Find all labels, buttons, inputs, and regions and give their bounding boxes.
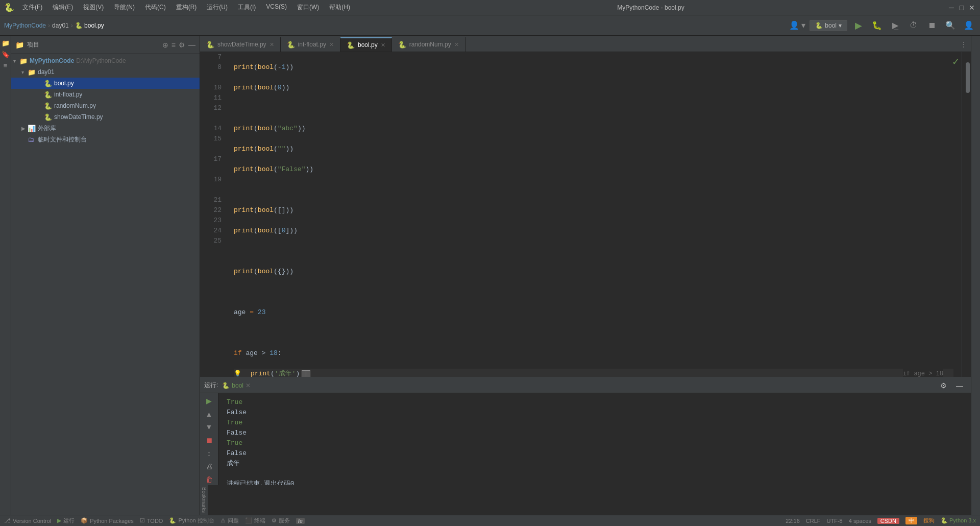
menu-edit[interactable]: 编辑(E) bbox=[48, 2, 77, 13]
crlf-item[interactable]: CRLF bbox=[806, 518, 821, 524]
scroll-down-button[interactable]: ▼ bbox=[204, 421, 215, 433]
search-button[interactable]: 🔍 bbox=[943, 18, 958, 33]
menu-refactor[interactable]: 重构(R) bbox=[172, 2, 201, 13]
scrollbar-thumb[interactable] bbox=[966, 62, 970, 93]
minimize-button[interactable]: ─ bbox=[947, 4, 955, 12]
ext-lib-icon: 📊 bbox=[28, 125, 36, 132]
run-status-item[interactable]: ▶ 运行 bbox=[57, 517, 75, 524]
run-status-icon: ▶ bbox=[57, 517, 61, 524]
breadcrumb-day01[interactable]: day01 bbox=[52, 22, 69, 29]
settings-icon[interactable]: ⚙ bbox=[936, 378, 950, 393]
menu-help[interactable]: 帮助(H) bbox=[325, 2, 354, 13]
encoding-item[interactable]: UTF-8 bbox=[827, 518, 843, 524]
menu-nav[interactable]: 导航(N) bbox=[110, 2, 139, 13]
python-packages-item[interactable]: 📦 Python Packages bbox=[81, 517, 134, 524]
indent-item[interactable]: 4 spaces bbox=[849, 518, 871, 524]
random-icon: 🐍 bbox=[44, 102, 52, 110]
tree-external-lib[interactable]: ▶ 📊 外部库 bbox=[11, 123, 200, 134]
linenum-23: 23 bbox=[204, 216, 222, 226]
ie-item[interactable]: Ie bbox=[296, 518, 305, 524]
output-chengni: 成年 bbox=[227, 459, 963, 469]
tree-day01[interactable]: ▾ 📁 day01 bbox=[11, 66, 200, 78]
tab-bool-close[interactable]: ✕ bbox=[381, 42, 385, 49]
python-console-item[interactable]: 🐍 Python 控制台 bbox=[169, 517, 214, 524]
coverage-button[interactable]: ▶̲ bbox=[888, 18, 902, 33]
tab-showdatetime-close[interactable]: ✕ bbox=[270, 41, 274, 48]
sync-icon[interactable]: ⊕ bbox=[162, 41, 168, 49]
run-tab-close[interactable]: ✕ bbox=[246, 382, 251, 389]
rerun-button[interactable]: ▶ bbox=[204, 395, 215, 407]
collapse-icon[interactable]: ≡ bbox=[172, 41, 176, 49]
lang-badge[interactable]: 中 bbox=[905, 517, 917, 524]
scroll-up-button[interactable]: ▲ bbox=[204, 409, 215, 420]
linenum-7: 7 bbox=[204, 52, 222, 62]
code-content[interactable]: print(bool(-1)) print(bool(0)) print(boo… bbox=[226, 52, 962, 377]
version-control-item[interactable]: ⎇ Version Control bbox=[4, 517, 51, 524]
tree-root[interactable]: ▾ 📁 MyPythonCode D:\MyPythonCode bbox=[11, 55, 200, 66]
tree-int-float-py[interactable]: 🐍 int-float.py bbox=[11, 89, 200, 100]
expand-icon[interactable]: 📁 bbox=[15, 41, 24, 49]
tab-intfloat-close[interactable]: ✕ bbox=[329, 41, 334, 48]
minimize-panel-icon[interactable]: — bbox=[952, 378, 967, 393]
menu-window[interactable]: 窗口(W) bbox=[293, 2, 323, 13]
code-line-19: age = 23 bbox=[234, 307, 953, 318]
stop-run-button[interactable]: ⏹ bbox=[204, 435, 215, 446]
linenum-13 bbox=[204, 113, 222, 124]
tree-bool-py[interactable]: 🐍 bool.py bbox=[11, 78, 200, 89]
structure-icon[interactable]: ≡ bbox=[1, 60, 11, 70]
bookmarks-icon[interactable]: 🔖 bbox=[1, 49, 11, 59]
linenum-8: 8 bbox=[204, 62, 222, 73]
todo-item[interactable]: ☑ TODO bbox=[140, 517, 163, 524]
run-label: 运行: bbox=[204, 381, 218, 390]
linenum-10: 10 bbox=[204, 83, 222, 93]
tab-more-button[interactable]: ⋮ bbox=[957, 37, 971, 52]
menu-run[interactable]: 运行(U) bbox=[203, 2, 232, 13]
lang-label: 中 bbox=[909, 517, 914, 524]
services-item[interactable]: ⚙ 服务 bbox=[272, 517, 290, 524]
tab-randomnum-close[interactable]: ✕ bbox=[454, 41, 459, 48]
close-button[interactable]: ✕ bbox=[968, 4, 976, 12]
project-icon[interactable]: 📁 bbox=[1, 38, 11, 48]
menu-vcs[interactable]: VCS(S) bbox=[262, 2, 291, 13]
sougou-icon[interactable]: 搜狗 bbox=[923, 517, 935, 524]
tree-random-py[interactable]: 🐍 randomNum.py bbox=[11, 100, 200, 111]
code-editor[interactable]: 7 8 10 11 12 14 15 17 19 bbox=[200, 52, 962, 377]
menu-file[interactable]: 文件(F) bbox=[18, 2, 46, 13]
maximize-button[interactable]: □ bbox=[958, 4, 966, 12]
run-config-tab[interactable]: 🐍 bool ✕ bbox=[222, 382, 251, 389]
debug-button[interactable]: 🐛 bbox=[870, 18, 884, 33]
tree-showdate-py[interactable]: 🐍 showDateTime.py bbox=[11, 111, 200, 123]
tab-randomnum[interactable]: 🐍 randomNum.py ✕ bbox=[392, 37, 465, 52]
menu-view[interactable]: 视图(V) bbox=[79, 2, 108, 13]
run-config-button[interactable]: 🐍 bool ▾ bbox=[810, 20, 847, 31]
tree-temp[interactable]: 🗂 临时文件和控制台 bbox=[11, 134, 200, 145]
run-config-icon: 🐍 bbox=[815, 22, 823, 29]
tab-bool[interactable]: 🐍 bool.py ✕ bbox=[340, 37, 392, 52]
line-col-item[interactable]: 22:16 bbox=[786, 518, 800, 524]
right-scrollbar[interactable] bbox=[962, 52, 971, 377]
csdn-badge[interactable]: CSDN bbox=[877, 518, 899, 524]
menu-tools[interactable]: 工具(I) bbox=[234, 2, 260, 13]
python-version[interactable]: 🐍 Python 3.x bbox=[941, 517, 976, 524]
print-button[interactable]: 🖨 bbox=[204, 461, 215, 472]
tab-showdatetime-label: showDateTime.py bbox=[217, 41, 266, 48]
user-icon[interactable]: 👤 ▾ bbox=[789, 20, 805, 30]
tab-intfloat[interactable]: 🐍 int-float.py ✕ bbox=[281, 37, 340, 52]
problems-item[interactable]: ⚠ 问题 bbox=[220, 517, 239, 524]
left-strip: 📁 🔖 ≡ bbox=[0, 36, 11, 515]
gear-icon[interactable]: ⚙ bbox=[179, 41, 185, 49]
linenum-24: 24 bbox=[204, 226, 222, 236]
stop-button[interactable]: ⏹ bbox=[925, 18, 939, 33]
terminal-item[interactable]: ⬛ 终端 bbox=[245, 517, 265, 524]
bookmark-label[interactable]: Bookmarks bbox=[200, 485, 208, 515]
close-panel-icon[interactable]: — bbox=[188, 41, 195, 49]
account-button[interactable]: 👤 bbox=[962, 18, 976, 33]
tab-showdatetime[interactable]: 🐍 showDateTime.py ✕ bbox=[200, 37, 281, 52]
run-button[interactable]: ▶ bbox=[851, 18, 866, 33]
scroll-to-end-button[interactable]: ↕ bbox=[204, 448, 215, 459]
menu-code[interactable]: 代码(C) bbox=[141, 2, 170, 13]
clear-button[interactable]: 🗑 bbox=[204, 474, 215, 485]
breadcrumb-file[interactable]: 🐍 bool.py bbox=[75, 22, 104, 29]
breadcrumb-project[interactable]: MyPythonCode bbox=[4, 22, 46, 29]
profile-button[interactable]: ⏱ bbox=[906, 18, 921, 33]
